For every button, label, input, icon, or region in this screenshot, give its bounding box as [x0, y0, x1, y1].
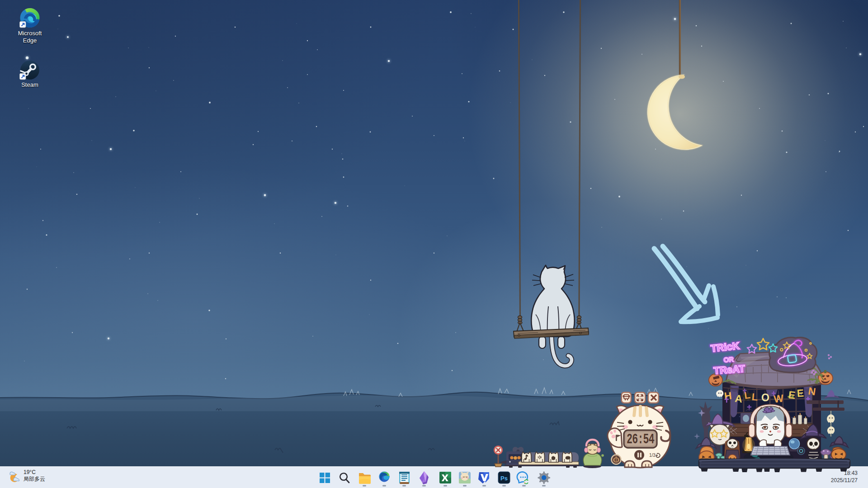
svg-text:A: A — [734, 392, 743, 405]
svg-text:OR: OR — [723, 355, 734, 364]
svg-text:TReAT: TReAT — [713, 363, 745, 376]
svg-text:O: O — [761, 392, 769, 404]
svg-text:TRicK: TRicK — [710, 340, 740, 354]
svg-text:H: H — [724, 389, 732, 402]
svg-text:W: W — [773, 392, 784, 405]
svg-text:E: E — [788, 389, 796, 401]
svg-text:Ps: Ps — [500, 475, 508, 482]
svg-text:26:54: 26:54 — [627, 432, 655, 447]
svg-text:1/3: 1/3 — [649, 453, 656, 458]
svg-text:E: E — [797, 387, 804, 399]
svg-text:L: L — [751, 391, 759, 403]
